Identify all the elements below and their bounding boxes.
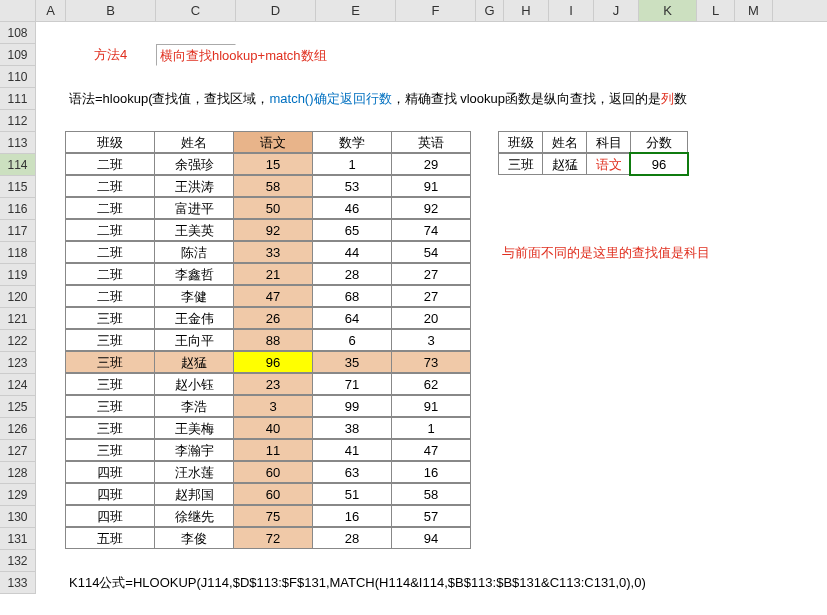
select-all-corner[interactable] [0,0,36,21]
cell[interactable] [735,44,773,66]
cell[interactable]: 赵猛 [154,351,234,373]
cell[interactable] [544,374,589,396]
cell[interactable] [730,374,768,396]
cell[interactable]: 1 [312,153,392,175]
cell[interactable] [316,110,396,132]
cell[interactable] [476,66,504,88]
cell[interactable] [36,308,66,330]
cell[interactable] [544,330,589,352]
col-head-C[interactable]: C [156,0,236,21]
cell[interactable] [499,198,544,220]
cell[interactable] [697,110,735,132]
cell[interactable] [499,528,544,550]
cell[interactable] [36,462,66,484]
cell[interactable] [36,110,66,132]
cell[interactable] [544,286,589,308]
cell[interactable] [36,198,66,220]
cell[interactable] [549,110,594,132]
cell[interactable] [476,110,504,132]
cell[interactable] [544,506,589,528]
cell[interactable] [316,44,396,66]
cell[interactable] [589,220,634,242]
cell[interactable]: 74 [391,219,471,241]
cell[interactable] [589,484,634,506]
cell[interactable] [36,506,66,528]
cell[interactable] [504,66,549,88]
row-head[interactable]: 120 [0,286,36,308]
row-head[interactable]: 123 [0,352,36,374]
cell[interactable]: 王美英 [154,219,234,241]
cell[interactable] [471,132,499,154]
cell[interactable] [544,352,589,374]
row-head[interactable]: 113 [0,132,36,154]
col-head-H[interactable]: H [504,0,549,21]
cell[interactable]: 94 [391,527,471,549]
cell[interactable]: 英语 [391,131,471,153]
cell[interactable]: 92 [233,219,313,241]
cell[interactable] [504,44,549,66]
cell[interactable] [476,550,504,572]
cell[interactable] [639,22,697,44]
cell[interactable]: 35 [312,351,392,373]
cell[interactable] [544,528,589,550]
row-head[interactable]: 124 [0,374,36,396]
cell[interactable] [156,110,236,132]
cell[interactable]: 徐继先 [154,505,234,527]
cell[interactable] [476,44,504,66]
cell[interactable] [36,374,66,396]
cell[interactable] [36,550,66,572]
cell[interactable] [594,550,639,572]
cell[interactable] [730,242,768,264]
cell[interactable] [634,462,692,484]
cell[interactable]: 方法4 [66,44,156,66]
col-head-M[interactable]: M [735,0,773,21]
cell[interactable]: 65 [312,219,392,241]
cell[interactable]: 余强珍 [154,153,234,175]
cell[interactable]: 横向查找hlookup+match数组 [156,44,236,66]
cell[interactable] [499,286,544,308]
cell[interactable] [639,44,697,66]
cell[interactable]: 二班 [65,241,155,263]
cell[interactable] [156,550,236,572]
cell[interactable]: 四班 [65,505,155,527]
cell[interactable]: 二班 [65,175,155,197]
cell[interactable] [730,396,768,418]
cell[interactable]: 二班 [65,197,155,219]
cell[interactable] [471,506,499,528]
cell[interactable] [36,176,66,198]
cell[interactable]: 姓名 [542,131,587,153]
cell[interactable] [471,462,499,484]
cell[interactable] [730,506,768,528]
cell[interactable]: 15 [233,153,313,175]
cell[interactable]: 38 [312,417,392,439]
cell[interactable] [549,550,594,572]
cell[interactable] [730,264,768,286]
cell[interactable]: 三班 [65,373,155,395]
cell[interactable] [688,132,726,154]
cell[interactable]: 三班 [65,439,155,461]
cell[interactable]: 46 [312,197,392,219]
cell[interactable]: 28 [312,263,392,285]
cell[interactable] [594,66,639,88]
row-head[interactable]: 116 [0,198,36,220]
cell[interactable]: 语文 [586,153,631,175]
cell[interactable]: 王金伟 [154,307,234,329]
cell[interactable]: 数学 [312,131,392,153]
cell[interactable] [316,22,396,44]
cell[interactable] [549,22,594,44]
cell[interactable]: 李瀚宇 [154,439,234,461]
cell[interactable]: 三班 [65,395,155,417]
cell[interactable] [471,440,499,462]
row-head[interactable]: 115 [0,176,36,198]
cell[interactable] [639,550,697,572]
row-head[interactable]: 133 [0,572,36,594]
cell[interactable] [634,220,692,242]
cell[interactable]: 王美梅 [154,417,234,439]
cell[interactable] [697,572,735,594]
cell[interactable] [692,506,730,528]
col-head-K[interactable]: K [639,0,697,21]
cell[interactable]: 20 [391,307,471,329]
cell[interactable]: 五班 [65,527,155,549]
cell[interactable] [499,396,544,418]
cell[interactable] [730,352,768,374]
